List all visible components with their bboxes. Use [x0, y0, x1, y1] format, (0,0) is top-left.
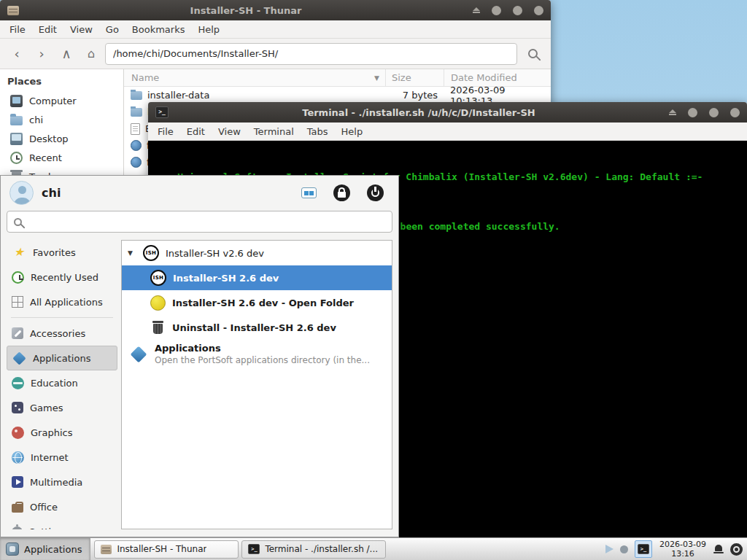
column-size-label: Size	[392, 72, 411, 83]
category-label: Graphics	[31, 427, 72, 438]
taskbar-button-thunar[interactable]: Installer-SH - Thunar	[94, 540, 239, 559]
task-label: Installer-SH - Thunar	[117, 544, 206, 554]
file-row-installer-data[interactable]: installer-data 7 bytes 2026-03-09 10:13:…	[124, 87, 551, 104]
terminal-menu-terminal[interactable]: Terminal	[247, 124, 301, 139]
settings-icon[interactable]	[301, 187, 317, 198]
task-label: Terminal - ./installer.sh /...	[265, 544, 378, 554]
notification-bell-icon[interactable]	[713, 544, 724, 554]
category-settings[interactable]: Settings	[7, 519, 117, 529]
clock[interactable]: 2026-03-09 13:16	[659, 540, 707, 559]
thunar-menu-file[interactable]: File	[3, 22, 32, 37]
applications-diamond-icon	[12, 351, 26, 365]
thunar-titlebar[interactable]: Installer-SH - Thunar	[0, 0, 551, 20]
category-applications[interactable]: Applications	[7, 346, 117, 370]
menu-search-input[interactable]	[28, 217, 385, 228]
category-all-applications[interactable]: All Applications	[7, 289, 117, 314]
username: chi	[42, 186, 61, 200]
applications-menu-label: Applications	[24, 544, 82, 555]
close-button[interactable]	[730, 108, 740, 117]
place-recent[interactable]: Recent	[0, 148, 123, 167]
internet-globe-icon	[12, 451, 24, 464]
thunar-menu-edit[interactable]: Edit	[32, 22, 63, 37]
category-education[interactable]: Education	[7, 370, 117, 395]
category-recently-used[interactable]: Recently Used	[7, 265, 117, 289]
expander-icon[interactable]: ▼	[128, 249, 136, 257]
menu-item-label: Installer-SH v2.6 dev	[166, 248, 264, 259]
office-icon	[12, 504, 23, 513]
lock-screen-button[interactable]	[333, 184, 350, 201]
terminal-tray-icon[interactable]: >_	[635, 540, 652, 558]
terminal-menu-edit[interactable]: Edit	[180, 124, 212, 139]
category-office[interactable]: Office	[7, 494, 117, 519]
thunar-menu-go[interactable]: Go	[99, 22, 125, 37]
minimize-button[interactable]	[688, 108, 697, 117]
menu-item-description: Open the PortSoft applications directory…	[155, 355, 370, 367]
thunar-menu-bookmarks[interactable]: Bookmarks	[125, 22, 192, 37]
rollup-icon[interactable]	[669, 109, 676, 115]
taskbar-button-terminal[interactable]: >_ Terminal - ./installer.sh /...	[241, 540, 386, 559]
applications-menu-button[interactable]: Applications	[0, 538, 90, 560]
path-input[interactable]	[105, 43, 517, 65]
search-button[interactable]	[520, 43, 545, 65]
category-games[interactable]: Games	[7, 395, 117, 420]
category-graphics[interactable]: Graphics	[7, 420, 117, 445]
terminal-task-icon: >_	[248, 544, 260, 554]
terminal-menu-view[interactable]: View	[212, 124, 247, 139]
terminal-menu-tabs[interactable]: Tabs	[301, 124, 335, 139]
up-button[interactable]: ∧	[55, 43, 77, 65]
category-internet[interactable]: Internet	[7, 445, 117, 470]
category-accessories[interactable]: Accessories	[7, 321, 117, 346]
clock-date: 2026-03-09	[659, 540, 707, 549]
terminal-menu-help[interactable]: Help	[335, 124, 370, 139]
category-label: Internet	[31, 452, 69, 463]
forward-button[interactable]: ›	[31, 43, 53, 65]
document-icon	[131, 123, 140, 135]
tray-status-icon[interactable]	[730, 543, 743, 556]
rollup-icon[interactable]	[473, 7, 480, 13]
category-favorites[interactable]: Favorites	[7, 240, 117, 265]
back-button[interactable]: ‹	[6, 43, 28, 65]
thunar-window-title: Installer-SH - Thunar	[25, 5, 467, 16]
menu-item-installer-sh-run[interactable]: ISH Installer-SH 2.6 dev	[122, 265, 392, 290]
multimedia-icon	[12, 476, 23, 488]
menu-item-uninstall-installer-sh[interactable]: Uninstall - Installer-SH 2.6 dev	[122, 315, 392, 340]
thunar-menu-help[interactable]: Help	[191, 22, 226, 37]
terminal-window-title: Terminal - ./installer.sh /u/h/c/D/Insta…	[174, 107, 663, 118]
menu-search-row	[1, 209, 398, 238]
logout-button[interactable]	[367, 184, 384, 201]
user-avatar[interactable]	[9, 181, 34, 205]
close-button[interactable]	[534, 6, 543, 15]
place-home-chi[interactable]: chi	[0, 110, 123, 129]
window-buttons: Installer-SH - Thunar >_ Terminal - ./in…	[90, 540, 386, 559]
thunar-menu-view[interactable]: View	[63, 22, 99, 37]
thunar-task-icon	[101, 545, 112, 554]
menu-item-label: Installer-SH 2.6 dev - Open Folder	[172, 298, 354, 308]
place-desktop[interactable]: Desktop	[0, 129, 123, 148]
applications-menu-popup: chi Favorites Recently Used All Applicat…	[0, 175, 399, 537]
tray-icon-2[interactable]	[620, 545, 628, 553]
education-icon	[12, 377, 24, 389]
thunar-toolbar: ‹ › ∧ ⌂	[0, 39, 551, 69]
category-label: Games	[30, 402, 63, 413]
desktop-icon	[10, 133, 23, 145]
terminal-titlebar[interactable]: >_ Terminal - ./installer.sh /u/h/c/D/In…	[148, 102, 747, 122]
category-label: Settings	[29, 526, 68, 530]
place-computer[interactable]: Computer	[0, 91, 123, 110]
category-multimedia[interactable]: Multimedia	[7, 470, 117, 494]
column-header-size[interactable]: Size	[385, 69, 444, 86]
maximize-button[interactable]	[513, 6, 522, 15]
thunar-app-icon	[7, 6, 19, 15]
menu-item-applications-directory[interactable]: Applications Open the PortSoft applicati…	[122, 340, 392, 369]
tray-icon-1[interactable]	[605, 545, 614, 553]
category-label: Multimedia	[30, 477, 82, 488]
maximize-button[interactable]	[709, 108, 719, 117]
minimize-button[interactable]	[492, 6, 501, 15]
column-header-name[interactable]: Name ▼	[124, 69, 385, 86]
menu-item-installer-sh-group[interactable]: ▼ ISH Installer-SH v2.6 dev	[122, 241, 392, 265]
home-button[interactable]: ⌂	[80, 43, 102, 65]
menu-item-label: Installer-SH 2.6 dev	[173, 273, 279, 284]
menu-item-installer-sh-open-folder[interactable]: Installer-SH 2.6 dev - Open Folder	[122, 290, 392, 315]
terminal-menu-file[interactable]: File	[151, 124, 180, 139]
menu-header: chi	[1, 176, 398, 209]
favorites-icon	[12, 245, 26, 260]
